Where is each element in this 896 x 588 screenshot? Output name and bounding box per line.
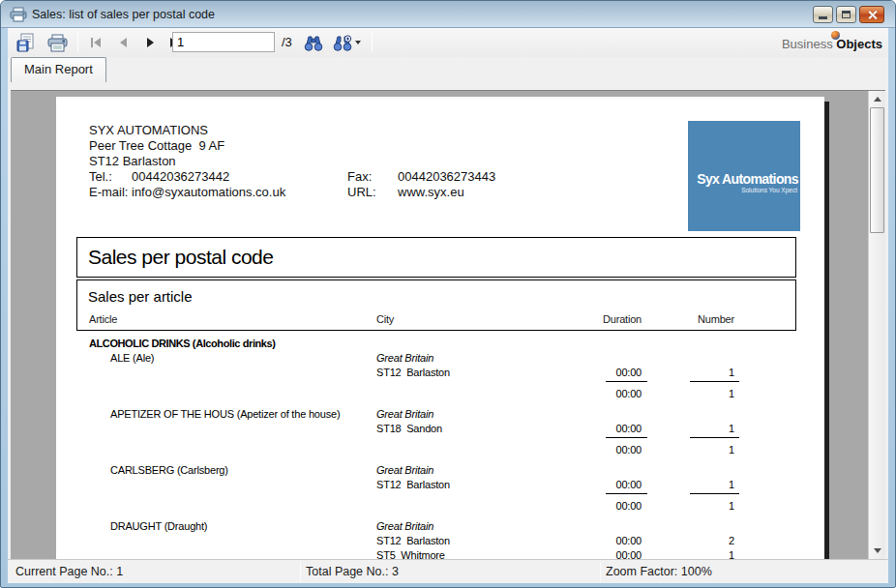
city-value: ST12 Barlaston: [376, 535, 450, 546]
section-header-box: Sales per article: [76, 279, 796, 331]
tel-label: Tel.:: [89, 169, 112, 184]
article-row: ALE (Ale)Great Britain: [56, 352, 824, 367]
fax-label: Fax:: [347, 169, 372, 184]
article-row: APETIZER OF THE HOUS (Apetizer of the ho…: [56, 408, 824, 423]
subtotal-number: 1: [729, 444, 734, 456]
address-line1: Peer Tree Cottage 9 AF: [89, 138, 224, 153]
find-button[interactable]: [301, 31, 326, 54]
tab-label: Main Report: [24, 62, 93, 76]
duration-value: 00:00: [615, 423, 642, 434]
country-label: Great Britain: [376, 352, 433, 364]
duration-value: 00:00: [615, 367, 642, 378]
tab-main-report[interactable]: Main Report: [11, 57, 106, 82]
number-value: 1: [729, 367, 734, 378]
column-header-city: City: [376, 313, 394, 325]
article-label: APETIZER OF THE HOUS (Apetizer of the ho…: [110, 408, 340, 420]
status-bar: Current Page No.: 1 Total Page No.: 3 Zo…: [8, 559, 888, 583]
window-printer-icon: [10, 7, 27, 22]
duration-underline: [606, 493, 647, 494]
close-button[interactable]: [859, 6, 884, 23]
scrollbar-thumb[interactable]: [870, 107, 884, 233]
category-label: ALCOHOLIC DRINKS (Alcoholic drinks): [89, 338, 276, 349]
subtotal-number: 1: [729, 500, 734, 512]
column-header-article: Article: [89, 313, 117, 325]
article-label: DRAUGHT (Draught): [110, 520, 207, 532]
city-row: ST12 Barlaston00:002: [56, 535, 824, 549]
subtotal-duration: 00:00: [615, 388, 642, 399]
zoom-binoculars-icon: [333, 35, 352, 51]
window-content: /3: [8, 28, 888, 581]
duration-underline: [606, 437, 647, 438]
next-page-icon: [147, 38, 154, 47]
toolbar-separator: [77, 32, 78, 52]
report-page: SYX AUTOMATIONS Peer Tree Cottage 9 AF S…: [56, 97, 824, 559]
scroll-up-button[interactable]: [869, 91, 885, 107]
vertical-scrollbar[interactable]: [868, 91, 885, 559]
number-underline: [690, 381, 739, 382]
subtotal-row: 00:001: [56, 444, 824, 458]
page-number-input[interactable]: [172, 32, 275, 52]
print-button[interactable]: [45, 31, 70, 54]
number-value: 1: [729, 423, 734, 434]
export-button[interactable]: [14, 31, 39, 54]
report-title: Sales per postal code: [88, 246, 273, 269]
subtotal-duration: 00:00: [615, 500, 642, 512]
number-underline: [690, 437, 739, 438]
duration-underline: [606, 381, 647, 382]
url-value: www.syx.eu: [398, 185, 464, 199]
report-body: ALCOHOLIC DRINKS (Alcoholic drinks)ALE (…: [56, 338, 824, 559]
window-title: Sales: list of sales per postal code: [32, 8, 215, 21]
article-label: ALE (Ale): [110, 352, 154, 364]
number-value: 1: [729, 549, 734, 559]
column-header-duration: Duration: [603, 313, 642, 325]
statusbar-separator: [300, 562, 301, 581]
column-header-number: Number: [698, 313, 734, 325]
window-controls: [813, 6, 884, 23]
previous-page-button[interactable]: [110, 31, 135, 54]
brand-word-2: Objects: [836, 37, 882, 51]
syx-automations-logo: Syx Automations Solutions You Xpect: [688, 121, 800, 231]
first-page-button[interactable]: [83, 31, 108, 54]
previous-page-icon: [120, 38, 127, 47]
logo-tagline: Solutions You Xpect: [741, 187, 797, 193]
number-underline: [690, 493, 739, 494]
next-page-button[interactable]: [137, 31, 163, 54]
company-email-url-line: E-mail: info@syxautomations.co.uk URL: w…: [89, 185, 689, 200]
country-label: Great Britain: [376, 408, 433, 420]
scroll-down-icon: [874, 548, 881, 553]
duration-value: 00:00: [615, 479, 642, 490]
subtotal-rule: [56, 437, 824, 444]
subtotal-rule: [56, 381, 824, 388]
zoom-factor-status: Zoom Factor: 100%: [606, 565, 712, 578]
close-icon: [867, 10, 878, 20]
section-title: Sales per article: [88, 288, 193, 305]
number-value: 2: [729, 535, 734, 546]
article-row: DRAUGHT (Draught)Great Britain: [56, 520, 824, 535]
minimize-button[interactable]: [813, 6, 833, 23]
tab-strip: Main Report: [8, 57, 888, 90]
company-name-line: SYX AUTOMATIONS: [89, 123, 689, 138]
statusbar-separator: [600, 562, 601, 581]
find-binoculars-icon: [304, 35, 323, 51]
zoom-button[interactable]: [327, 31, 366, 54]
print-icon: [47, 34, 68, 52]
restore-icon: [842, 11, 851, 18]
tel-value: 00442036273442: [132, 169, 229, 184]
restore-button[interactable]: [836, 6, 856, 23]
scroll-down-button[interactable]: [869, 543, 885, 559]
export-icon: [16, 33, 36, 52]
city-row: ST18 Sandon00:001: [56, 423, 824, 437]
business-objects-logo: Business Objects: [782, 37, 882, 51]
country-label: Great Britain: [376, 464, 433, 476]
subtotal-rule: [56, 493, 824, 500]
email-label: E-mail:: [89, 185, 128, 199]
article-row: CARLSBERG (Carlsberg)Great Britain: [56, 464, 824, 479]
category-row: ALCOHOLIC DRINKS (Alcoholic drinks): [56, 338, 824, 352]
report-view-area: SYX AUTOMATIONS Peer Tree Cottage 9 AF S…: [11, 90, 885, 559]
report-viewer-window: Sales: list of sales per postal code: [0, 0, 896, 588]
city-row: ST12 Barlaston00:001: [56, 367, 824, 381]
subtotal-row: 00:001: [56, 388, 824, 402]
titlebar[interactable]: Sales: list of sales per postal code: [1, 1, 895, 28]
total-pages-label: /3: [282, 35, 292, 49]
city-value: ST18 Sandon: [376, 423, 442, 434]
